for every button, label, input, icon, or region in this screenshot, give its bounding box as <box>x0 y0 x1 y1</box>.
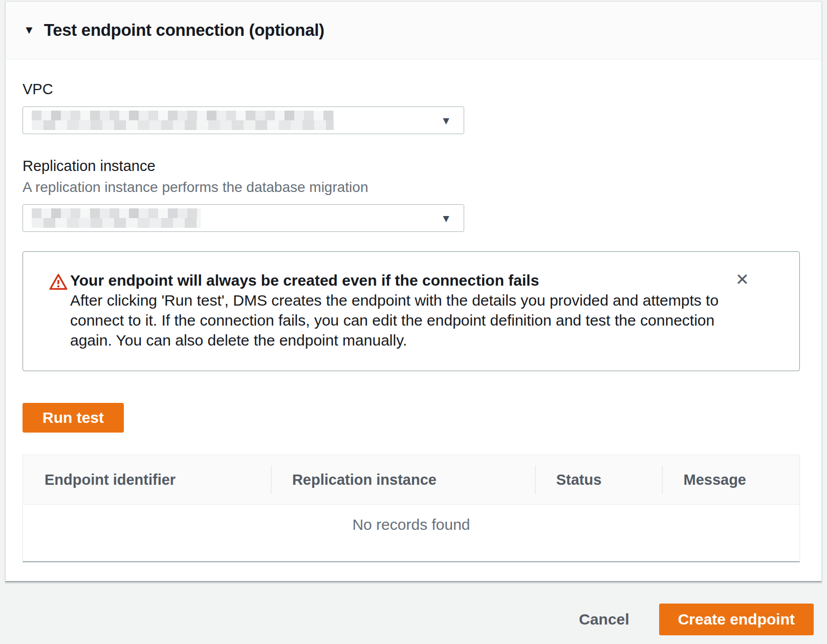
table-body: No records found <box>23 505 799 561</box>
redacted-replication-instance-value <box>32 208 201 228</box>
close-icon[interactable]: ✕ <box>735 271 749 288</box>
run-test-button[interactable]: Run test <box>23 403 124 433</box>
column-header-endpoint-identifier[interactable]: Endpoint identifier <box>23 455 271 504</box>
warning-alert-title: Your endpoint will always be created eve… <box>70 270 735 290</box>
table-header-row: Endpoint identifier Replication instance… <box>23 455 799 505</box>
connection-test-results-table: Endpoint identifier Replication instance… <box>23 455 800 562</box>
column-header-status[interactable]: Status <box>535 455 662 504</box>
warning-alert: Your endpoint will always be created eve… <box>23 251 800 371</box>
panel-header[interactable]: ▼ Test endpoint connection (optional) <box>6 2 821 59</box>
replication-instance-select[interactable]: ▼ <box>23 204 464 232</box>
test-endpoint-connection-panel: ▼ Test endpoint connection (optional) VP… <box>5 1 822 582</box>
vpc-select[interactable]: ▼ <box>23 106 464 134</box>
warning-alert-body: After clicking 'Run test', DMS creates t… <box>70 290 735 350</box>
column-header-message[interactable]: Message <box>662 455 799 504</box>
footer-action-bar: Cancel Create endpoint <box>579 604 814 635</box>
vpc-label: VPC <box>23 81 804 98</box>
cancel-button[interactable]: Cancel <box>579 611 629 628</box>
panel-title: Test endpoint connection (optional) <box>44 20 324 40</box>
warning-triangle-icon <box>49 270 68 350</box>
panel-body: VPC ▼ Replication instance A replication… <box>6 59 821 581</box>
empty-state-message: No records found <box>352 516 470 561</box>
redacted-vpc-value <box>32 111 334 130</box>
replication-instance-description: A replication instance performs the data… <box>23 179 804 196</box>
replication-instance-label: Replication instance <box>23 158 804 175</box>
section-collapse-caret-icon[interactable]: ▼ <box>24 25 35 36</box>
column-header-replication-instance[interactable]: Replication instance <box>271 455 535 504</box>
warning-alert-text: Your endpoint will always be created eve… <box>70 270 735 350</box>
create-endpoint-button[interactable]: Create endpoint <box>659 604 814 635</box>
chevron-down-icon: ▼ <box>441 115 451 126</box>
spacer <box>23 134 804 158</box>
chevron-down-icon: ▼ <box>441 213 451 224</box>
